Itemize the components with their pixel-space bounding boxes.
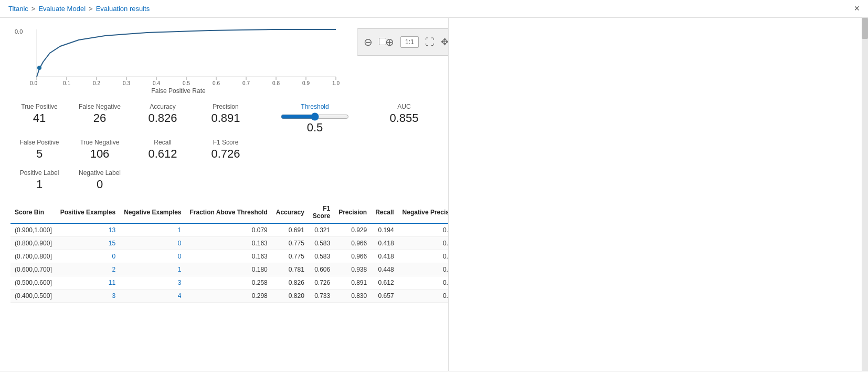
- chart-x-label: False Positive Rate: [10, 87, 346, 95]
- table-row: (0.500,0.600]1130.2580.8260.7260.8910.61…: [10, 276, 449, 290]
- table-cell: 0.738: [398, 237, 449, 250]
- table-cell: 0.180: [186, 263, 272, 276]
- table-cell: 0.830: [334, 290, 371, 303]
- table-cell: 0.738: [398, 250, 449, 263]
- table-cell: 0.657: [371, 290, 398, 303]
- table-cell: (0.400,0.500]: [10, 290, 56, 303]
- table-cell: 0.726: [309, 276, 334, 290]
- precision-value: 0.891: [198, 111, 253, 125]
- fit-screen-icon[interactable]: ⛶: [425, 37, 435, 48]
- table-cell: (0.700,0.800]: [10, 250, 56, 263]
- table-cell: 0.929: [334, 223, 371, 237]
- svg-text:0.7: 0.7: [242, 80, 250, 86]
- negative-label-label: Negative Label: [72, 169, 127, 177]
- table-row: (0.900,1.000]1310.0790.6910.3210.9290.19…: [10, 223, 449, 237]
- svg-point-25: [37, 66, 41, 70]
- false-positive-metric: False Positive 5: [10, 137, 68, 163]
- table-cell: 0.606: [309, 263, 334, 276]
- table-cell: 0.747: [398, 263, 449, 276]
- col-negative-precision: Negative Precision: [398, 202, 449, 223]
- table-row: (0.600,0.700]210.1800.7810.6060.9380.448…: [10, 263, 449, 276]
- accuracy-value: 0.826: [135, 111, 190, 125]
- table-cell[interactable]: 15: [56, 237, 120, 250]
- threshold-metric: Threshold 0.5: [257, 101, 373, 137]
- table-cell[interactable]: 2: [56, 263, 120, 276]
- table-cell[interactable]: 1: [120, 223, 185, 237]
- table-cell: 0.820: [272, 290, 309, 303]
- positive-label-value: 1: [15, 178, 64, 191]
- breadcrumb-titanic[interactable]: Titanic: [8, 5, 28, 13]
- auc-metric: AUC 0.855: [373, 101, 436, 137]
- table-cell: (0.900,1.000]: [10, 223, 56, 237]
- true-negative-value: 106: [72, 147, 127, 161]
- positive-label-metric: Positive Label 1: [10, 167, 68, 193]
- accuracy-label: Accuracy: [135, 103, 190, 110]
- table-cell: 0.733: [309, 290, 334, 303]
- threshold-label: Threshold: [261, 103, 368, 110]
- breadcrumb-evaluate-model[interactable]: Evaluate Model: [38, 5, 86, 13]
- negative-label-value: 0: [72, 178, 127, 191]
- table-cell[interactable]: 3: [56, 290, 120, 303]
- zoom-in-icon[interactable]: ⊕: [385, 36, 394, 48]
- table-cell: 0.321: [309, 223, 334, 237]
- table-cell: 0.418: [371, 237, 398, 250]
- table-cell: (0.600,0.700]: [10, 263, 56, 276]
- table-row: (0.800,0.900]1500.1630.7750.5830.9660.41…: [10, 237, 449, 250]
- table-cell: (0.500,0.600]: [10, 276, 56, 290]
- false-negative-metric: False Negative 26: [68, 101, 131, 137]
- table-cell[interactable]: 0: [120, 250, 185, 263]
- table-cell: 0.816: [398, 290, 449, 303]
- table-cell[interactable]: 4: [120, 290, 185, 303]
- table-cell: 0.775: [272, 237, 309, 250]
- col-score-bin: Score Bin: [10, 202, 56, 223]
- table-cell: 0.418: [371, 250, 398, 263]
- col-recall: Recall: [371, 202, 398, 223]
- roc-chart: 0.0: [10, 24, 346, 87]
- f1-score-label: F1 Score: [198, 139, 253, 146]
- table-cell: 0.781: [272, 263, 309, 276]
- table-cell: 0.163: [186, 237, 272, 250]
- negative-label-metric: Negative Label 0: [68, 167, 131, 193]
- table-cell: 0.583: [309, 237, 334, 250]
- table-cell[interactable]: 1: [120, 263, 185, 276]
- table-cell: 0.966: [334, 237, 371, 250]
- svg-text:0.1: 0.1: [63, 80, 70, 86]
- auc-label: AUC: [377, 103, 431, 110]
- table-cell: 0.938: [334, 263, 371, 276]
- svg-text:0.0: 0.0: [30, 80, 37, 86]
- score-bin-table: Score Bin Positive Examples Negative Exa…: [10, 202, 449, 303]
- table-cell[interactable]: 3: [120, 276, 185, 290]
- col-negative-examples: Negative Examples: [120, 202, 185, 223]
- false-positive-label: False Positive: [15, 139, 64, 146]
- table-cell[interactable]: 11: [56, 276, 120, 290]
- table-cell[interactable]: 0: [120, 237, 185, 250]
- table-cell: 0.775: [272, 250, 309, 263]
- table-cell: 0.671: [398, 223, 449, 237]
- threshold-slider[interactable]: [281, 112, 349, 121]
- table-cell: 0.194: [371, 223, 398, 237]
- zoom-out-icon[interactable]: ⊖: [364, 36, 373, 48]
- auc-value: 0.855: [377, 111, 431, 125]
- false-negative-value: 26: [72, 111, 127, 125]
- zoom-controls: ⊖ ⊕ 1:1 ⛶ ✥: [357, 28, 449, 56]
- table-cell: 0.163: [186, 250, 272, 263]
- zoom-ratio-button[interactable]: 1:1: [400, 36, 419, 48]
- threshold-value: 0.5: [261, 121, 368, 135]
- table-cell: 0.826: [272, 276, 309, 290]
- table-cell: (0.800,0.900]: [10, 237, 56, 250]
- col-precision: Precision: [334, 202, 371, 223]
- recall-metric: Recall 0.612: [131, 137, 194, 163]
- svg-text:0.8: 0.8: [272, 80, 280, 86]
- col-fraction-above: Fraction Above Threshold: [186, 202, 272, 223]
- close-button[interactable]: ×: [854, 3, 860, 14]
- table-cell[interactable]: 0: [56, 250, 120, 263]
- move-icon[interactable]: ✥: [441, 36, 449, 48]
- svg-text:0.9: 0.9: [302, 80, 310, 86]
- true-positive-label: True Positive: [15, 103, 64, 110]
- col-positive-examples: Positive Examples: [56, 202, 120, 223]
- table-cell: 0.258: [186, 276, 272, 290]
- svg-text:0.2: 0.2: [93, 80, 100, 86]
- table-cell: 0.079: [186, 223, 272, 237]
- f1-score-metric: F1 Score 0.726: [194, 137, 257, 163]
- table-cell[interactable]: 13: [56, 223, 120, 237]
